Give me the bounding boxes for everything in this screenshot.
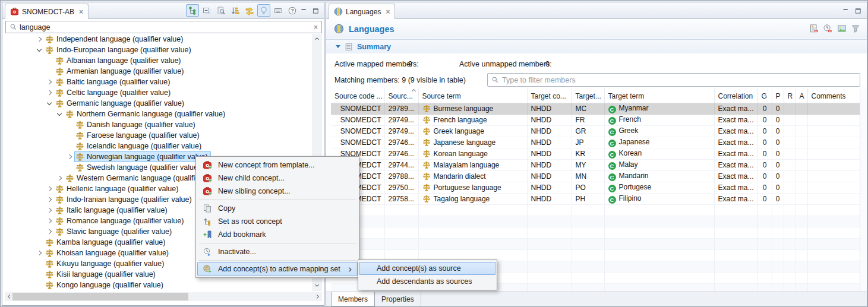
column-header[interactable]: Correlation <box>714 88 757 103</box>
tree-item-label-wrap[interactable]: Norwegian language (qualifier value) <box>74 151 211 162</box>
clear-search-icon[interactable]: × <box>314 23 318 31</box>
table-row[interactable]: SNOMEDCT 29749... French language NHDD F… <box>331 114 860 125</box>
tree-item[interactable]: Faroese language (qualifier value) <box>3 130 312 141</box>
column-header[interactable]: P <box>772 88 784 103</box>
tree-item-label-wrap[interactable]: Northern Germanic language (qualifier va… <box>64 109 228 119</box>
tree-item-label-wrap[interactable]: Kikuyu language (qualifier value) <box>44 258 167 269</box>
expander-icon[interactable] <box>55 174 64 183</box>
help-button[interactable] <box>286 4 299 17</box>
history-remove-button[interactable] <box>822 23 834 34</box>
expander-icon[interactable] <box>35 249 44 258</box>
summary-section-header[interactable]: Summary <box>326 39 867 53</box>
tree-horizontal-scrollbar[interactable] <box>5 292 322 301</box>
tree-item-label-wrap[interactable]: Icelandic language (qualifier value) <box>74 141 204 151</box>
expander-icon[interactable] <box>45 56 54 65</box>
menu-item[interactable]: New child concept... <box>197 172 358 185</box>
expander-icon[interactable] <box>45 217 54 226</box>
submenu-item[interactable]: Add concept(s) as source <box>359 262 495 275</box>
tree-item[interactable]: Celtic language (qualifier value) <box>3 87 312 98</box>
tree-item-label-wrap[interactable]: Kisii language (qualifier value) <box>44 269 159 280</box>
table-row[interactable]: SNOMEDCT 29744... Malayalam language NHD… <box>331 159 860 170</box>
expander-icon[interactable] <box>65 163 74 172</box>
tab-snomedct-ab[interactable]: SNOMEDCT-AB × <box>5 4 89 19</box>
tree-item[interactable]: Danish language (qualifier value) <box>3 119 312 130</box>
swap-direction-button[interactable] <box>243 4 256 17</box>
collapse-all-button[interactable] <box>200 4 213 17</box>
tree-item-label-wrap[interactable]: Baltic language (qualifier value) <box>54 77 173 87</box>
tree-item[interactable]: Independent language (qualifier value) <box>3 34 312 45</box>
expander-icon[interactable] <box>45 206 54 215</box>
column-header[interactable]: Target co... <box>527 88 572 103</box>
column-header[interactable]: Sourc... <box>384 88 418 103</box>
bottom-tab[interactable]: Properties <box>375 292 421 306</box>
column-header[interactable]: Target term <box>604 88 714 103</box>
tree-item-label-wrap[interactable]: Kongo language (qualifier value) <box>44 280 166 290</box>
hierarchy-view-button[interactable] <box>186 4 199 17</box>
scroll-left-icon[interactable] <box>6 293 12 300</box>
tree-item[interactable]: Albanian language (qualifier value) <box>3 55 312 66</box>
expander-icon[interactable] <box>45 78 54 87</box>
tree-item[interactable]: Language commonly spoken in Europe (qual… <box>3 290 312 291</box>
column-header[interactable]: Source code ... <box>331 88 384 103</box>
scroll-up-icon[interactable] <box>314 36 320 42</box>
table-row[interactable]: SNOMEDCT 29789... Burmese language NHDD … <box>331 103 860 114</box>
menu-item[interactable]: New concept from template... <box>197 159 358 172</box>
image-button[interactable] <box>836 23 848 34</box>
sort-button[interactable] <box>229 4 242 17</box>
expander-icon[interactable] <box>45 67 54 76</box>
tree-item-label-wrap[interactable]: Hellenic language (qualifier value) <box>54 183 181 194</box>
keyboard-button[interactable] <box>272 4 285 17</box>
expander-icon[interactable] <box>35 35 44 44</box>
remove-members-button[interactable] <box>808 23 820 34</box>
tree-item-label-wrap[interactable]: Germanic language (qualifier value) <box>54 98 187 109</box>
tree-item-label-wrap[interactable]: Slavic language (qualifier value) <box>54 226 175 237</box>
close-icon[interactable]: × <box>386 8 390 16</box>
table-row[interactable]: SNOMEDCT 29749... Greek language NHDD GR… <box>331 125 860 137</box>
tree-item-label-wrap[interactable]: Danish language (qualifier value) <box>74 119 198 130</box>
lightbulb-button[interactable] <box>257 4 270 17</box>
tree-item[interactable]: Armenian language (qualifier value) <box>3 66 312 77</box>
tree-item-label-wrap[interactable]: Indo-European language (qualifier value) <box>44 45 194 55</box>
close-icon[interactable]: × <box>79 8 83 16</box>
bottom-tab[interactable]: Members <box>331 292 375 306</box>
member-filter-input[interactable] <box>502 76 856 84</box>
search-input[interactable] <box>20 23 311 31</box>
tree-item-label-wrap[interactable]: Romance language (qualifier value) <box>54 216 187 226</box>
expander-icon[interactable] <box>45 88 54 97</box>
menu-item[interactable]: New sibling concept... <box>197 185 358 198</box>
expander-icon[interactable] <box>35 259 44 268</box>
column-header[interactable]: A <box>796 88 807 103</box>
filter-button[interactable] <box>850 23 861 34</box>
scrollbar-thumb[interactable] <box>12 293 188 300</box>
tree-item-label-wrap[interactable]: Faroese language (qualifier value) <box>74 130 203 141</box>
maximize-button[interactable] <box>310 5 321 16</box>
expander-icon[interactable] <box>55 110 64 119</box>
menu-item[interactable]: Inactivate... <box>197 245 358 258</box>
column-header[interactable]: R <box>784 88 796 103</box>
tree-item-label-wrap[interactable]: Language commonly spoken in Europe (qual… <box>44 290 241 291</box>
table-row[interactable]: SNOMEDCT 29788... Mandarin dialect NHDD … <box>331 170 860 182</box>
expander-icon[interactable] <box>35 270 44 279</box>
menu-item[interactable]: Set as root concept <box>197 215 358 228</box>
column-header[interactable]: Comments <box>807 88 860 103</box>
tree-item-label-wrap[interactable]: Italic language (qualifier value) <box>54 205 171 216</box>
expander-icon[interactable] <box>45 185 54 194</box>
tree-item[interactable]: Baltic language (qualifier value) <box>3 77 312 87</box>
maximize-button[interactable] <box>853 5 863 16</box>
tree-item-label-wrap[interactable]: Albanian language (qualifier value) <box>54 55 184 66</box>
table-row[interactable]: SNOMEDCT 29746... Korean language NHDD K… <box>331 148 860 159</box>
tree-item[interactable]: Indo-European language (qualifier value) <box>3 45 312 55</box>
search-page-button[interactable] <box>214 4 228 17</box>
tree-item-label-wrap[interactable]: Independent language (qualifier value) <box>44 34 186 45</box>
tree-item-label-wrap[interactable]: Khoisan language (qualifier value) <box>44 248 172 258</box>
menu-item[interactable]: Add bookmark <box>197 228 358 241</box>
tree-item[interactable]: Kongo language (qualifier value) <box>3 280 312 290</box>
tree-item-label-wrap[interactable]: Armenian language (qualifier value) <box>54 66 187 77</box>
menu-item[interactable]: Copy <box>197 202 358 215</box>
expander-icon[interactable] <box>65 121 74 129</box>
expander-icon[interactable] <box>65 153 74 162</box>
tree-item[interactable]: Northern Germanic language (qualifier va… <box>3 109 312 119</box>
column-header[interactable]: Source term <box>418 88 527 103</box>
expander-icon[interactable] <box>35 46 44 55</box>
expander-icon[interactable] <box>65 131 74 140</box>
